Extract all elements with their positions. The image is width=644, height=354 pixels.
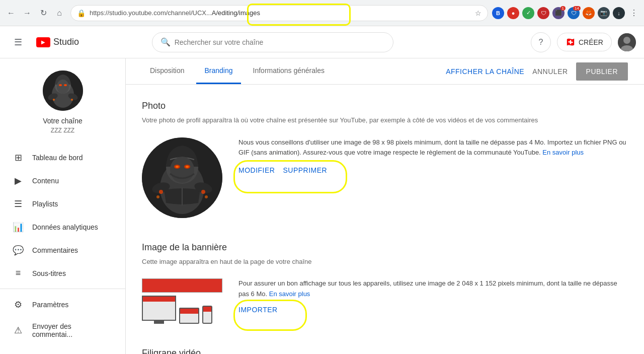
ext3-icon[interactable]: 🛡 — [537, 7, 549, 19]
banner-en-savoir-plus-link[interactable]: En savoir plus — [269, 290, 310, 298]
tab-branding[interactable]: Branding — [196, 58, 240, 84]
star-icon[interactable]: ☆ — [475, 9, 481, 17]
banner-section: Image de la bannière Cette image apparaî… — [142, 242, 628, 324]
sidebar-item-playlists[interactable]: ☰ Playlists — [0, 192, 125, 216]
analytics-icon: 📊 — [12, 222, 24, 233]
sidebar-item-sous-titres[interactable]: ≡ Sous-titres — [0, 262, 125, 285]
lock-icon: 🔒 — [77, 9, 86, 17]
svg-point-1 — [623, 37, 630, 44]
feedback-icon: ⚠ — [12, 325, 24, 336]
photo-actions: MODIFIER SUPPRIMER — [238, 166, 628, 174]
tabs-actions: AFFICHER LA CHAÎNE ANNULER PUBLIER — [446, 62, 628, 81]
settings-icon: ⚙ — [12, 299, 24, 310]
menu-icon[interactable]: ⋮ — [628, 7, 640, 19]
photo-info: Nous vous conseillons d'utiliser une ima… — [238, 137, 628, 175]
sidebar-item-label: Paramètres — [32, 301, 68, 309]
sidebar-item-label: Données analytiques — [32, 223, 98, 231]
svg-point-27 — [205, 195, 208, 198]
search-icon: 🔍 — [160, 37, 171, 47]
creer-label: CRÉER — [579, 38, 603, 46]
browser-nav-buttons: ← → ↻ ⌂ — [4, 6, 66, 20]
sidebar-item-label: Envoyer des commentai... — [32, 322, 113, 338]
profile-picture — [142, 137, 222, 218]
banner-actions: IMPORTER — [238, 306, 628, 314]
sidebar-item-donnees-analytiques[interactable]: 📊 Données analytiques — [0, 216, 125, 239]
home-button[interactable]: ⌂ — [52, 6, 66, 20]
forward-button[interactable]: → — [20, 6, 34, 20]
avatar[interactable] — [618, 33, 636, 51]
ext6-icon[interactable]: 🦊 — [583, 7, 595, 19]
url-highlight: A/editing/images — [212, 9, 260, 17]
supprimer-button[interactable]: SUPPRIMER — [283, 166, 327, 174]
watermark-section-title: Filigrane vidéo — [142, 348, 628, 354]
afficher-chaine-button[interactable]: AFFICHER LA CHAÎNE — [446, 67, 524, 76]
sidebar-item-parametres[interactable]: ⚙ Paramètres — [0, 293, 125, 316]
ext8-icon[interactable]: ↓ — [613, 7, 625, 19]
sidebar-nav: ⊞ Tableau de bord ▶ Contenu ☰ Playlists … — [0, 146, 125, 344]
ext7-icon[interactable]: 📷 — [598, 7, 610, 19]
search-bar[interactable]: 🔍 — [152, 32, 393, 52]
svg-point-12 — [71, 99, 73, 101]
ext4-container: ⬛ 1 — [552, 7, 565, 19]
url-prefix: https://studio.youtube.com/channel/UCX..… — [90, 9, 212, 17]
sidebar-divider — [0, 289, 125, 289]
main: Votre chaîne ZZZ ZZZ ⊞ Tableau de bord ▶… — [0, 58, 644, 354]
desktop-device — [142, 296, 176, 324]
banner-section-description: Cette image apparaîtra en haut de la pag… — [142, 257, 628, 267]
sidebar-item-commentaires[interactable]: 💬 Commentaires — [0, 239, 125, 262]
svg-point-11 — [53, 99, 55, 101]
importer-button[interactable]: IMPORTER — [238, 306, 278, 314]
search-input[interactable] — [175, 38, 385, 46]
sidebar-item-label: Commentaires — [32, 246, 78, 254]
svg-point-7 — [59, 84, 62, 86]
svg-point-24 — [159, 190, 163, 194]
studio-logo-text: Studio — [53, 37, 79, 47]
photo-en-savoir-plus-link[interactable]: En savoir plus — [542, 149, 584, 156]
creer-button[interactable]: 🇨🇭 CRÉER — [557, 33, 612, 51]
annuler-button[interactable]: ANNULER — [532, 67, 568, 76]
address-bar[interactable]: 🔒 https://studio.youtube.com/channel/UCX… — [70, 5, 488, 21]
tab-informations-generales[interactable]: Informations générales — [245, 58, 333, 84]
back-button[interactable]: ← — [4, 6, 18, 20]
hamburger-button[interactable]: ☰ — [8, 32, 28, 52]
ext1-icon[interactable]: ● — [507, 7, 519, 19]
bitwarden-icon[interactable]: B — [492, 7, 504, 19]
url-text: https://studio.youtube.com/channel/UCX..… — [90, 9, 471, 17]
sidebar-item-contenu[interactable]: ▶ Contenu — [0, 169, 125, 192]
page-content: Photo Votre photo de profil apparaîtra l… — [126, 85, 644, 354]
svg-point-26 — [156, 195, 159, 198]
ext2-icon[interactable]: ✓ — [522, 7, 534, 19]
ext5-container: 🛡 14 — [568, 7, 580, 19]
photo-content: Nous vous conseillons d'utiliser une ima… — [142, 137, 628, 218]
svg-point-6 — [57, 80, 69, 94]
photo-section-description: Votre photo de profil apparaîtra là où v… — [142, 115, 628, 125]
ext4-badge: 1 — [560, 6, 566, 11]
svg-point-8 — [64, 84, 67, 86]
sidebar-item-tableau-de-bord[interactable]: ⊞ Tableau de bord — [0, 146, 125, 169]
dashboard-icon: ⊞ — [12, 152, 24, 163]
banner-info: Pour assurer un bon affichage sur tous l… — [238, 278, 628, 314]
comments-icon: 💬 — [12, 245, 24, 256]
playlists-icon: ☰ — [12, 198, 24, 209]
tabs-header: Disposition Branding Informations généra… — [126, 58, 644, 85]
app: ☰ Studio 🔍 ? 🇨🇭 CRÉER — [0, 26, 644, 354]
sidebar-item-label: Contenu — [32, 177, 59, 185]
photo-tips: Nous vous conseillons d'utiliser une ima… — [238, 137, 628, 159]
modifier-button[interactable]: MODIFIER — [238, 166, 275, 174]
help-button[interactable]: ? — [531, 32, 551, 52]
sidebar-item-label: Sous-titres — [32, 269, 66, 277]
banner-red-bar — [142, 278, 222, 293]
content-area: Disposition Branding Informations généra… — [126, 58, 644, 354]
devices-row — [142, 296, 222, 324]
banner-section-title: Image de la bannière — [142, 242, 628, 253]
browser-extensions: B ● ✓ 🛡 ⬛ 1 🛡 14 🦊 📷 ↓ ⋮ — [492, 7, 640, 19]
publier-button[interactable]: PUBLIER — [576, 62, 628, 81]
sidebar-item-envoyer-commentaires[interactable]: ⚠ Envoyer des commentai... — [0, 316, 125, 344]
tab-disposition[interactable]: Disposition — [142, 58, 192, 84]
svg-point-19 — [176, 166, 179, 168]
refresh-button[interactable]: ↻ — [36, 6, 50, 20]
browser-chrome: ← → ↻ ⌂ 🔒 https://studio.youtube.com/cha… — [0, 0, 644, 26]
banner-tips: Pour assurer un bon affichage sur tous l… — [238, 278, 628, 300]
youtube-logo-icon — [36, 37, 50, 47]
topbar: ☰ Studio 🔍 ? 🇨🇭 CRÉER — [0, 26, 644, 58]
